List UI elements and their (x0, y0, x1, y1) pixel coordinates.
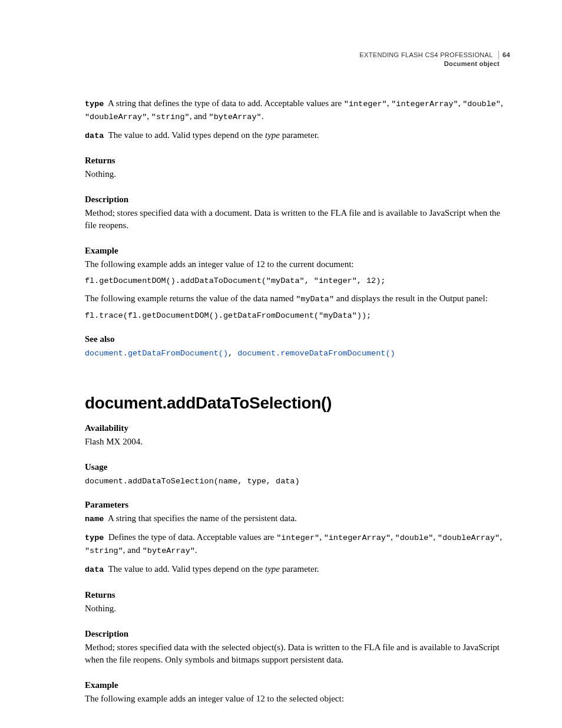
text: and displays the result in the Output pa… (334, 294, 488, 303)
example-intro: The following example adds an integer va… (85, 693, 510, 705)
parameters-heading: Parameters (85, 500, 510, 510)
link-getdatafromdocument[interactable]: document.getDataFromDocument() (85, 349, 228, 358)
returns-heading: Returns (85, 156, 510, 166)
page: EXTENDING FLASH CS4 PROFESSIONAL 64 Docu… (0, 0, 562, 728)
text-italic: type (265, 564, 280, 574)
text-italic: type (265, 130, 280, 140)
param-type: type Defines the type of data. Acceptabl… (85, 531, 510, 557)
code-literal: "integerArray" (324, 533, 391, 542)
code-literal: "string" (85, 546, 123, 555)
description-heading: Description (85, 629, 510, 639)
code-literal: "string" (151, 113, 190, 121)
param-name-code: type (85, 100, 104, 108)
description-text: Method; stores specified data with a doc… (85, 207, 510, 232)
availability-text: Flash MX 2004. (85, 436, 510, 448)
text: A string that specifies the name of the … (108, 513, 297, 523)
code-literal: "byteArray" (143, 546, 195, 555)
page-header: EXTENDING FLASH CS4 PROFESSIONAL 64 Docu… (85, 51, 510, 69)
returns-text: Nothing. (85, 602, 510, 615)
code-block: fl.getDocumentDOM().addDataToDocument("m… (85, 276, 510, 285)
code-block: document.addDataToSelection(name, type, … (85, 477, 510, 486)
code-literal: "doubleArray" (85, 113, 147, 121)
returns-text: Nothing. (85, 168, 510, 180)
text: , and (190, 111, 209, 121)
see-also-links: document.getDataFromDocument(), document… (85, 347, 510, 360)
param-type: type A string that defines the type of d… (85, 97, 510, 123)
code-literal: "integerArray" (391, 100, 458, 108)
text: Defines the type of data. Acceptable val… (108, 532, 276, 542)
text: . (262, 111, 264, 121)
text: , and (123, 545, 143, 555)
code-literal: "byteArray" (209, 113, 262, 121)
example-heading: Example (85, 246, 510, 256)
link-removedatafromdocument[interactable]: document.removeDataFromDocument() (237, 349, 395, 358)
header-section: Document object (85, 60, 500, 68)
header-title: EXTENDING FLASH CS4 PROFESSIONAL (359, 51, 492, 60)
see-also-heading: See also (85, 334, 510, 344)
code-literal: "doubleArray" (438, 533, 500, 542)
text: The value to add. Valid types depend on … (108, 564, 265, 574)
code-literal: "double" (395, 533, 434, 542)
code-literal: "double" (462, 100, 501, 108)
method-title: document.addDataToSelection() (85, 394, 510, 413)
code-literal: "integer" (344, 100, 387, 108)
param-type-desc: A string that defines the type of data t… (108, 98, 344, 108)
text: parameter. (280, 564, 319, 574)
text: . (195, 545, 197, 555)
param-data: data The value to add. Valid types depen… (85, 563, 510, 576)
code-block: fl.trace(fl.getDocumentDOM().getDataFrom… (85, 311, 510, 320)
returns-heading: Returns (85, 590, 510, 600)
param-name-code: data (85, 131, 104, 140)
example-intro-1: The following example adds an integer va… (85, 258, 510, 271)
description-heading: Description (85, 195, 510, 205)
availability-heading: Availability (85, 423, 510, 433)
param-data: data The value to add. Valid types depen… (85, 129, 510, 142)
page-number: 64 (498, 51, 510, 60)
text: The value to add. Valid types depend on … (108, 130, 265, 140)
param-name: name A string that specifies the name of… (85, 512, 510, 525)
usage-heading: Usage (85, 462, 510, 472)
text: , (228, 349, 237, 358)
description-text: Method; stores specified data with the s… (85, 641, 510, 666)
param-name-code: type (85, 533, 104, 542)
code-literal: "myData" (296, 295, 334, 304)
param-name-code: name (85, 515, 104, 523)
example-heading: Example (85, 680, 510, 690)
param-name-code: data (85, 565, 104, 574)
code-literal: "integer" (276, 533, 319, 542)
text: The following example returns the value … (85, 294, 296, 303)
text: parameter. (280, 130, 319, 140)
example-intro-2: The following example returns the value … (85, 292, 510, 305)
